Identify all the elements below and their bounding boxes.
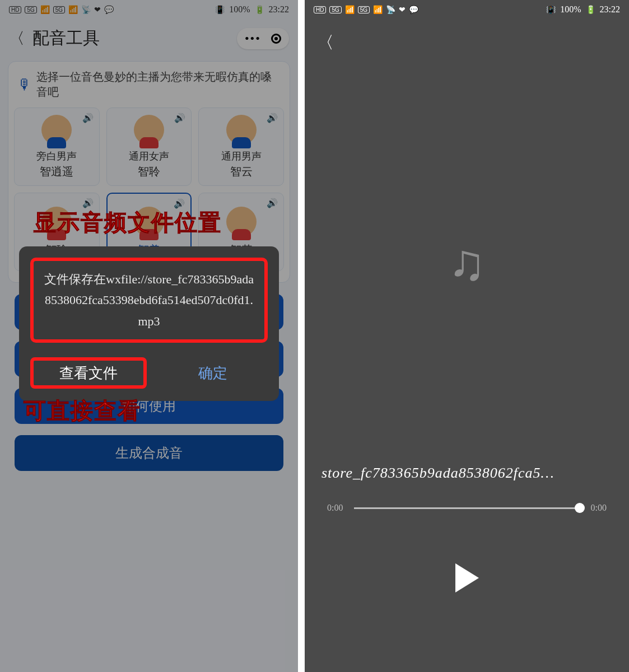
net-badge-2: 5G bbox=[358, 6, 370, 13]
dialog-message: 文件保存在wxfile://store_fc783365b9ada8538062… bbox=[30, 258, 268, 343]
play-button[interactable] bbox=[455, 563, 479, 592]
signal-icon bbox=[345, 4, 355, 15]
wechat-icon bbox=[409, 4, 418, 15]
status-bar-right: HD 5G 5G 100% 23:22 bbox=[305, 0, 629, 19]
clock: 23:22 bbox=[600, 4, 620, 15]
vibrate-icon bbox=[546, 4, 556, 15]
back-icon[interactable]: 〈 bbox=[317, 31, 629, 54]
battery-icon bbox=[586, 4, 595, 15]
hd-badge: HD bbox=[314, 6, 326, 13]
progress-track[interactable] bbox=[354, 507, 579, 509]
confirm-button[interactable]: 确定 bbox=[158, 357, 268, 389]
progress-thumb[interactable] bbox=[575, 503, 585, 513]
view-file-button[interactable]: 查看文件 bbox=[30, 357, 147, 389]
signal-icon bbox=[373, 4, 383, 15]
wifi-icon bbox=[386, 4, 395, 15]
annotation-file-location: 显示音频文件位置 bbox=[34, 207, 222, 238]
music-note-icon: ♫ bbox=[448, 234, 486, 291]
file-saved-dialog: 文件保存在wxfile://store_fc783365b9ada8538062… bbox=[19, 246, 279, 401]
annotation-direct-view: 可直接查看 bbox=[24, 395, 141, 426]
audio-filename: store_fc783365b9ada8538062fca5… bbox=[305, 465, 629, 482]
battery-pct: 100% bbox=[560, 4, 581, 15]
time-total: 0:00 bbox=[591, 503, 607, 513]
net-badge-1: 5G bbox=[329, 6, 341, 13]
progress-bar[interactable]: 0:00 0:00 bbox=[305, 503, 629, 513]
heart-icon bbox=[399, 4, 406, 15]
time-elapsed: 0:00 bbox=[327, 503, 343, 513]
